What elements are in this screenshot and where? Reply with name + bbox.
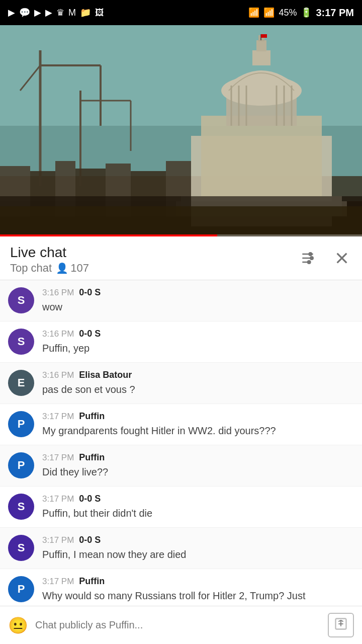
top-chat-label[interactable]: Top chat [10, 262, 52, 275]
avatar: E [8, 370, 34, 396]
svg-rect-1 [0, 25, 362, 126]
message-meta: 3:17 PM 0-0 S [42, 535, 354, 545]
message-meta: 3:16 PM 0-0 S [42, 287, 354, 298]
svg-point-42 [309, 253, 312, 255]
message-time: 3:17 PM [42, 412, 74, 422]
message-author: Puffin [79, 411, 105, 422]
status-bar: ▶ 💬 ▶ ▶ ♛ M 📁 🖼 📶 📶 45% 🔋 3:17 PM [0, 0, 362, 25]
avatar: P [8, 576, 34, 602]
svg-rect-36 [0, 206, 362, 236]
chat-messages: S 3:16 PM 0-0 S wow S 3:16 PM 0-0 S Puff… [0, 280, 362, 624]
send-button[interactable] [328, 613, 354, 637]
chat-message: S 3:17 PM 0-0 S Puffin, I mean now they … [0, 528, 362, 569]
chat-input-area: 😐 [0, 606, 362, 644]
message-meta: 3:16 PM Elisa Batour [42, 370, 354, 380]
chat-subtitle: Top chat 👤 107 [10, 262, 89, 275]
battery-icon: 🔋 [301, 7, 312, 18]
message-meta: 3:17 PM Puffin [42, 411, 354, 422]
chat-input[interactable] [35, 619, 321, 631]
message-text: My grandparents fought Hitler in WW2. di… [42, 424, 354, 438]
message-time: 3:17 PM [42, 535, 74, 545]
chat-message: E 3:16 PM Elisa Batour pas de son et vou… [0, 363, 362, 404]
clock: 3:17 PM [316, 7, 354, 19]
message-time: 3:16 PM [42, 329, 74, 339]
signal-icon: 📶 [263, 7, 275, 18]
message-time: 3:16 PM [42, 288, 74, 298]
status-right: 📶 📶 45% 🔋 3:17 PM [248, 7, 354, 19]
message-meta: 3:17 PM Puffin [42, 576, 354, 587]
message-author: 0-0 S [79, 535, 101, 545]
message-author: Puffin [79, 452, 105, 463]
video-player[interactable] [0, 25, 362, 236]
svg-rect-7 [201, 116, 322, 196]
chat-message: S 3:16 PM 0-0 S Puffin, yep [0, 321, 362, 363]
message-meta: 3:16 PM 0-0 S [42, 329, 354, 339]
message-text: Puffin, I mean now they are died [42, 547, 354, 561]
avatar: S [8, 535, 34, 561]
send-icon [334, 617, 348, 631]
wifi-icon: 📶 [248, 7, 259, 18]
chat-message: P 3:17 PM Puffin My grandparents fought … [0, 404, 362, 445]
message-content: 3:16 PM Elisa Batour pas de son et vous … [42, 370, 354, 396]
svg-point-40 [310, 257, 313, 259]
avatar: P [8, 452, 34, 478]
avatar: S [8, 287, 34, 313]
battery-percent: 45% [279, 8, 297, 18]
message-content: 3:17 PM Puffin Did they live?? [42, 452, 354, 479]
chat-header-right [298, 248, 352, 272]
crown-icon: ♛ [56, 7, 64, 18]
message-meta: 3:17 PM 0-0 S [42, 494, 354, 504]
viewer-count: 👤 107 [56, 262, 89, 275]
message-text: Puffin, yep [42, 341, 354, 355]
chat-bubble-icon: 💬 [19, 7, 30, 18]
chat-title: Live chat [10, 245, 89, 261]
message-author: 0-0 S [79, 329, 101, 339]
message-text: wow [42, 300, 354, 314]
video-scene [0, 25, 362, 236]
chat-header: Live chat Top chat 👤 107 [0, 236, 362, 280]
youtube-icon-3: ▶ [45, 7, 52, 18]
message-content: 3:16 PM 0-0 S Puffin, yep [42, 329, 354, 355]
chat-message: S 3:17 PM 0-0 S Puffin, but their didn't… [0, 487, 362, 528]
video-progress-bar[interactable] [0, 234, 362, 236]
viewer-count-number: 107 [70, 262, 89, 275]
message-time: 3:17 PM [42, 577, 74, 587]
svg-rect-10 [252, 50, 270, 65]
youtube-icon: ▶ [8, 7, 15, 18]
message-time: 3:17 PM [42, 494, 74, 504]
svg-point-41 [308, 261, 310, 263]
message-text: Puffin, but their didn't die [42, 506, 354, 520]
message-content: 3:16 PM 0-0 S wow [42, 287, 354, 314]
image-icon: 🖼 [95, 8, 104, 18]
emoji-button[interactable]: 😐 [8, 616, 28, 635]
message-content: 3:17 PM 0-0 S Puffin, I mean now they ar… [42, 535, 354, 561]
video-progress-fill [0, 234, 217, 236]
close-button[interactable] [332, 248, 352, 272]
message-time: 3:17 PM [42, 453, 74, 463]
avatar: S [8, 329, 34, 355]
message-author: Puffin [79, 576, 105, 587]
message-author: 0-0 S [79, 287, 101, 298]
message-author: 0-0 S [79, 494, 101, 504]
message-content: 3:17 PM Puffin My grandparents fought Hi… [42, 411, 354, 438]
status-icons-left: ▶ 💬 ▶ ▶ ♛ M 📁 🖼 [8, 7, 104, 18]
svg-rect-34 [261, 34, 267, 38]
folder-icon: 📁 [80, 7, 91, 18]
close-icon [334, 250, 350, 266]
chat-message: S 3:16 PM 0-0 S wow [0, 280, 362, 321]
message-content: 3:17 PM 0-0 S Puffin, but their didn't d… [42, 494, 354, 520]
mastodon-icon: M [68, 8, 76, 18]
filter-icon [300, 250, 316, 266]
svg-rect-11 [256, 40, 266, 51]
message-author: Elisa Batour [79, 370, 132, 380]
avatar: P [8, 411, 34, 437]
message-text: pas de son et vous ? [42, 382, 354, 396]
chat-message: P 3:17 PM Puffin Did they live?? [0, 445, 362, 487]
message-time: 3:16 PM [42, 370, 74, 380]
avatar: S [8, 494, 34, 520]
filter-button[interactable] [298, 248, 318, 272]
message-text: Did they live?? [42, 465, 354, 479]
people-icon: 👤 [56, 262, 68, 274]
chat-header-left: Live chat Top chat 👤 107 [10, 245, 89, 275]
youtube-icon-2: ▶ [34, 7, 41, 18]
